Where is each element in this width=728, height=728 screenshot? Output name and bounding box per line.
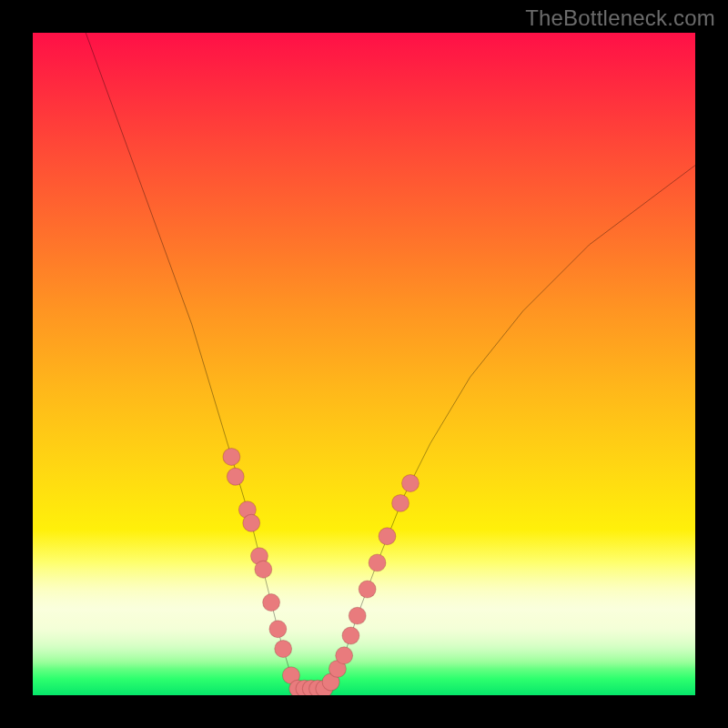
marker-dot (349, 607, 366, 624)
marker-dot (379, 528, 396, 545)
plot-area (33, 33, 695, 695)
marker-dot (269, 621, 287, 638)
marker-dot (392, 494, 410, 511)
marker-layer (223, 448, 419, 695)
curve-path (86, 33, 695, 689)
marker-dot (342, 627, 359, 644)
marker-dot (336, 647, 353, 664)
marker-dot (263, 594, 280, 612)
marker-dot (227, 468, 244, 485)
marker-dot (369, 554, 386, 571)
marker-dot (243, 514, 260, 531)
marker-dot (255, 561, 272, 578)
watermark-label: TheBottleneck.com (525, 5, 715, 31)
bottleneck-curve (33, 33, 695, 695)
chart-frame: TheBottleneck.com (0, 0, 728, 728)
marker-dot (275, 641, 292, 658)
marker-dot (359, 581, 376, 598)
marker-dot (401, 475, 419, 492)
marker-dot (223, 448, 240, 465)
